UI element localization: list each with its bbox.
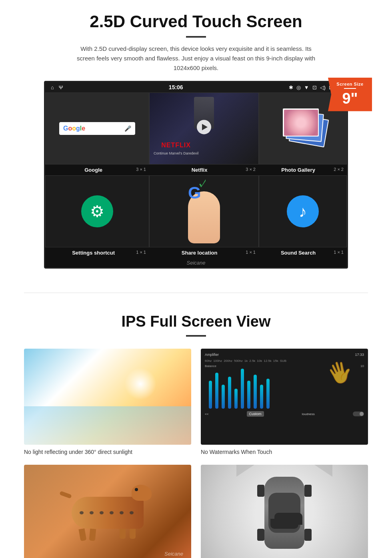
amp-nav-left[interactable]: << xyxy=(205,412,208,416)
custom-button[interactable]: Custom xyxy=(247,411,264,417)
section2-title: IPS Full Screen View xyxy=(24,313,368,330)
sunlight-bg xyxy=(24,349,191,445)
play-button[interactable] xyxy=(197,120,211,134)
feature-car: Large Viewing Angle xyxy=(201,465,368,558)
section1-title: 2.5D Curved Touch Screen xyxy=(24,12,368,31)
music-note-icon: ♪ xyxy=(299,203,307,221)
netflix-label-text: Netflix 3 × 2 xyxy=(149,167,259,173)
seicane-watermark-cheetah: Seicane xyxy=(164,551,183,557)
amplifier-bg: Amplifier 17:33 60hz100hz200hz500hz1k2.5… xyxy=(201,349,368,445)
section-curved-screen: 2.5D Curved Touch Screen With 2.5D curve… xyxy=(0,0,392,277)
flower-image xyxy=(284,110,318,136)
car-wheel-fr xyxy=(304,485,312,497)
gps-icon: ◎ xyxy=(296,84,301,90)
status-bar: ⌂ Ψ 15:06 ✱ ◎ ▼ ⊡ ◁) ⊠ ▭ xyxy=(45,82,347,92)
car-wheel-fl xyxy=(257,485,264,497)
netflix-brand: NETFLIX xyxy=(154,142,198,149)
google-logo: Google xyxy=(63,125,85,132)
slider-3[interactable] xyxy=(222,385,225,409)
cheetah-spots xyxy=(72,497,144,529)
gallery-card-3 xyxy=(283,108,319,136)
slider-9[interactable] xyxy=(260,385,263,409)
sun-glow xyxy=(124,368,156,400)
mic-icon[interactable]: 🎤 xyxy=(124,125,131,132)
settings-label: Settings shortcut 1 × 1 xyxy=(45,250,149,256)
home-icon[interactable]: ⌂ xyxy=(51,84,54,90)
netflix-app-cell[interactable]: NETFLIX Continue Marvel's Daredevil xyxy=(149,92,259,165)
car-topview-container xyxy=(264,477,304,549)
car-wheel-rl xyxy=(257,529,264,541)
feature-amplifier: Amplifier 17:33 60hz100hz200hz500hz1k2.5… xyxy=(201,349,368,455)
netflix-subtitle: Continue Marvel's Daredevil xyxy=(154,151,198,155)
amp-sliders: 🖐 xyxy=(205,369,364,409)
sound-label: Sound Search 1 × 1 xyxy=(259,250,347,256)
viewing-angle-indicator xyxy=(236,465,332,477)
app-grid-row2: ⚙ G ♪ xyxy=(45,175,347,247)
cheetah-tail xyxy=(59,491,72,499)
amp-footer: << Custom loudness xyxy=(205,411,364,417)
seicane-watermark1: Seicane xyxy=(45,258,347,267)
share-location-cell[interactable]: G xyxy=(149,175,259,247)
bluetooth-icon: ✱ xyxy=(289,84,293,90)
status-time: 15:06 xyxy=(169,84,183,90)
amplifier-label: No Watermarks When Touch xyxy=(201,449,368,455)
toggle-dot xyxy=(360,412,364,416)
row1-labels: Google 3 × 1 Netflix 3 × 2 Photo Gallery… xyxy=(45,165,347,175)
music-note-circle: ♪ xyxy=(287,195,319,227)
settings-app-cell[interactable]: ⚙ xyxy=(45,175,149,247)
section-ips-screen: IPS Full Screen View No light reflecting… xyxy=(0,309,392,558)
feature-sunlight: No light reflecting under 360° direct su… xyxy=(24,349,191,455)
usb-icon: Ψ xyxy=(59,84,63,90)
slider-4[interactable] xyxy=(228,377,231,409)
cheetah-leg1 xyxy=(79,528,87,541)
amp-header: Amplifier 17:33 xyxy=(205,353,364,357)
sunlight-label: No light reflecting under 360° direct su… xyxy=(24,449,191,455)
amplifier-image: Amplifier 17:33 60hz100hz200hz500hz1k2.5… xyxy=(201,349,368,445)
slider-1[interactable] xyxy=(209,381,212,409)
netflix-label: NETFLIX Continue Marvel's Daredevil xyxy=(154,142,198,156)
cheetah-leg2 xyxy=(89,528,96,541)
feature-cheetah: Seicane Super Fast Response xyxy=(24,465,191,558)
car-image xyxy=(201,465,368,558)
sound-search-cell[interactable]: ♪ xyxy=(259,175,347,247)
slider-2[interactable] xyxy=(215,373,218,409)
google-label: Google 3 × 1 xyxy=(45,167,149,173)
volume-icon: ◁) xyxy=(320,84,326,90)
car-rear-window xyxy=(270,519,298,529)
car-bg xyxy=(201,465,368,558)
app-grid-row1: Google 🎤 NETFLIX Continue Marvel's Dared… xyxy=(45,92,347,165)
gallery-stack xyxy=(279,104,327,153)
section-divider xyxy=(24,293,368,293)
cheetah-head xyxy=(132,485,152,501)
feature-grid: No light reflecting under 360° direct su… xyxy=(24,349,368,558)
badge-size: 9" xyxy=(331,90,369,107)
google-g-letter: G xyxy=(188,183,201,203)
cheetah-eye xyxy=(135,488,138,491)
loudness-toggle[interactable] xyxy=(353,411,364,416)
cheetah-silhouette xyxy=(72,497,144,529)
amp-time: 17:33 xyxy=(355,353,364,357)
screen-demo-wrapper: Screen Size 9" ⌂ Ψ 15:06 ✱ ◎ ▼ ⊡ ◁) ⊠ xyxy=(24,81,368,269)
slider-8[interactable] xyxy=(254,375,257,409)
google-search-bar[interactable]: Google 🎤 xyxy=(59,122,135,135)
google-app-cell[interactable]: Google 🎤 xyxy=(45,92,149,165)
settings-icon-circle: ⚙ xyxy=(81,195,113,227)
section1-description: With 2.5D curved-display screen, this de… xyxy=(72,44,320,73)
cheetah-leg3 xyxy=(130,529,136,539)
car-wheel-rr xyxy=(304,529,312,541)
car-body xyxy=(264,477,304,549)
loudness-label: loudness xyxy=(302,412,315,416)
badge-divider xyxy=(344,88,356,89)
gallery-label-text: Photo Gallery 2 × 2 xyxy=(259,167,347,173)
slider-7[interactable] xyxy=(247,381,250,409)
slider-10[interactable] xyxy=(266,379,270,409)
share-label: Share location 1 × 1 xyxy=(149,250,259,256)
slider-6[interactable] xyxy=(241,369,244,409)
section2-underline xyxy=(186,335,206,337)
screen-size-badge: Screen Size 9" xyxy=(328,78,372,111)
status-left: ⌂ Ψ xyxy=(51,84,63,90)
slider-5[interactable] xyxy=(234,389,238,409)
play-triangle xyxy=(202,124,208,130)
badge-label: Screen Size xyxy=(331,82,369,86)
title-underline xyxy=(186,36,206,38)
